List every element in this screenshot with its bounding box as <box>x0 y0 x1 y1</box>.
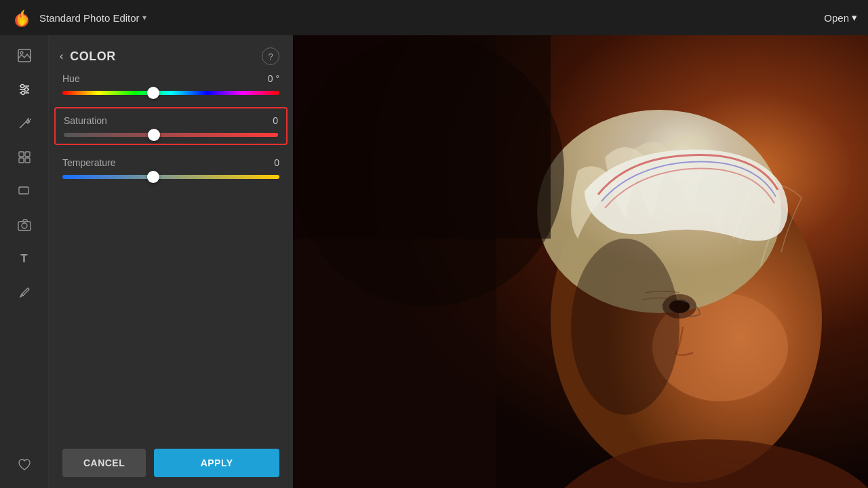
topbar-right: Open ▾ <box>824 12 857 24</box>
photo-area <box>293 35 868 488</box>
sidebar-item-text[interactable]: T <box>9 244 39 274</box>
title-chevron-icon: ▾ <box>142 13 146 22</box>
temperature-track[interactable] <box>62 175 279 179</box>
topbar-left: Standard Photo Editor ▾ <box>11 7 146 28</box>
sidebar-item-image[interactable] <box>9 41 39 70</box>
svg-point-6 <box>20 85 24 88</box>
svg-rect-13 <box>25 152 30 157</box>
sidebar-item-camera[interactable] <box>9 210 39 240</box>
help-icon: ? <box>268 52 273 62</box>
panel-title: COLOR <box>70 49 116 64</box>
saturation-thumb[interactable] <box>148 129 160 141</box>
sidebar-item-heart[interactable] <box>9 450 39 480</box>
sidebar-item-crop[interactable] <box>9 176 39 206</box>
svg-point-18 <box>22 223 27 228</box>
svg-point-8 <box>21 92 24 95</box>
cancel-button[interactable]: CANCEL <box>62 449 146 477</box>
sidebar-item-grid[interactable] <box>9 142 39 172</box>
temperature-thumb[interactable] <box>147 171 159 183</box>
sidebar-item-magic[interactable] <box>9 108 39 138</box>
saturation-slider-group: Saturation 0 <box>54 107 288 145</box>
sliders-section: Hue 0 ° Saturation 0 T <box>49 73 293 438</box>
saturation-value: 0 <box>273 115 278 126</box>
svg-point-26 <box>571 239 679 415</box>
apply-button[interactable]: APPLY <box>154 449 279 477</box>
main-content: T ‹ COLOR ? H <box>0 35 868 488</box>
panel-header-left: ‹ COLOR <box>60 49 116 64</box>
saturation-label: Saturation <box>64 115 107 126</box>
open-button[interactable]: Open ▾ <box>824 12 857 24</box>
button-row: CANCEL APPLY <box>49 438 293 488</box>
svg-point-2 <box>20 52 23 54</box>
hue-thumb[interactable] <box>147 87 159 99</box>
open-button-label: Open <box>824 12 849 24</box>
saturation-label-row: Saturation 0 <box>64 115 278 126</box>
color-panel: ‹ COLOR ? Hue 0 ° Saturation <box>49 35 293 488</box>
temperature-label-row: Temperature 0 <box>62 157 279 168</box>
svg-point-28 <box>293 35 564 306</box>
hue-track[interactable] <box>62 91 279 95</box>
svg-rect-14 <box>19 158 24 163</box>
hue-label-row: Hue 0 ° <box>62 73 279 84</box>
temperature-value: 0 <box>274 157 279 168</box>
icon-bar: T <box>0 35 49 488</box>
back-button[interactable]: ‹ <box>60 50 63 62</box>
svg-rect-15 <box>25 158 30 163</box>
open-chevron-icon: ▾ <box>852 12 857 24</box>
svg-point-7 <box>24 88 28 92</box>
app-logo <box>11 7 33 28</box>
sidebar-item-adjustments[interactable] <box>9 75 39 104</box>
topbar: Standard Photo Editor ▾ Open ▾ <box>0 0 868 35</box>
help-button[interactable]: ? <box>262 47 279 65</box>
sidebar-item-brush[interactable] <box>9 278 39 308</box>
svg-rect-16 <box>19 187 28 194</box>
hue-label: Hue <box>62 73 80 84</box>
temperature-slider-group: Temperature 0 <box>62 157 279 179</box>
photo-canvas <box>293 35 868 488</box>
temperature-label: Temperature <box>62 157 116 168</box>
app-title-dropdown[interactable]: Standard Photo Editor ▾ <box>39 12 146 24</box>
panel-header: ‹ COLOR ? <box>49 35 293 73</box>
svg-rect-12 <box>19 152 24 157</box>
saturation-track[interactable] <box>64 133 278 137</box>
hue-value: 0 ° <box>268 73 279 84</box>
hue-slider-group: Hue 0 ° <box>62 73 279 95</box>
portrait-svg <box>293 35 868 488</box>
app-title: Standard Photo Editor <box>39 12 140 24</box>
